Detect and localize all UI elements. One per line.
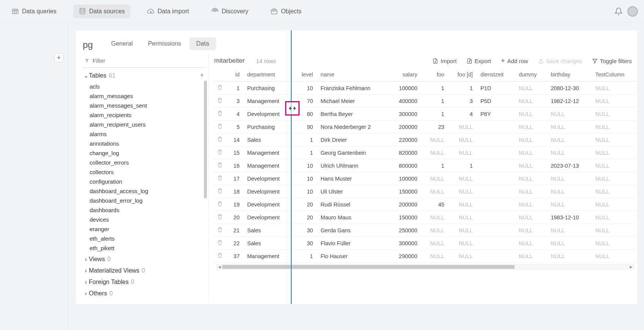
topnav-objects[interactable]: Objects [265,5,307,18]
topnav-data-sources[interactable]: Data sources [73,5,130,18]
tree-item[interactable]: dashboard_error_log [90,196,206,205]
scroll-thumb[interactable] [222,265,515,269]
trash-icon[interactable] [217,214,223,221]
cell[interactable]: NULL [448,224,477,237]
cell[interactable]: Georg Gantenbein [317,146,389,159]
cell[interactable]: NULL [421,211,448,224]
tree-item[interactable]: eth_pikett [90,243,206,253]
cell[interactable] [477,224,515,237]
cell[interactable]: 10 [293,185,317,198]
table-row[interactable]: 5Purchasing90Nora Niederberger 220000023… [213,121,637,133]
cell[interactable]: NULL [547,172,591,185]
cell[interactable]: NULL [515,159,547,172]
trash-icon[interactable] [217,124,223,130]
cell[interactable]: NULL [592,250,637,263]
cell[interactable]: 250000 [389,224,421,237]
scroll-left-icon[interactable]: ◄ [217,265,222,269]
cell[interactable]: P5D [477,95,515,108]
cell[interactable]: Flavio Füller [317,237,389,250]
cell[interactable]: NULL [592,198,637,211]
cell[interactable]: NULL [515,198,547,211]
cell[interactable]: Purchasing [243,121,293,133]
table-row[interactable]: 19Development20Rudi Rüssel20000045NULLNU… [213,198,637,211]
cell[interactable]: 10 [293,82,317,95]
cell[interactable]: NULL [592,185,637,198]
cell[interactable]: Purchasing [243,82,293,95]
cell[interactable]: 1 [421,82,448,95]
cell[interactable]: NULL [547,198,591,211]
sidebar-add-button[interactable]: + [54,53,63,62]
cell[interactable]: NULL [421,250,448,263]
cell[interactable]: Franziska Fehlmann [317,82,389,95]
cell[interactable]: 3 [448,95,477,108]
cell[interactable]: 4 [448,108,477,121]
cell[interactable]: Sales [243,133,293,146]
cell[interactable]: 1 [448,159,477,172]
pane-splitter-handle[interactable] [285,101,300,116]
trash-icon[interactable] [217,189,223,195]
table-row[interactable]: 3Management70Michael Meier40000013P5DNUL… [213,95,637,108]
cell[interactable]: NULL [592,237,637,250]
cell[interactable] [477,237,515,250]
cell[interactable]: NULL [448,211,477,224]
cell[interactable] [477,185,515,198]
cell[interactable]: 220000 [389,133,421,146]
cell[interactable]: 400000 [389,95,421,108]
cell[interactable]: NULL [515,172,547,185]
column-header[interactable]: name [317,68,389,82]
cell[interactable]: NULL [547,121,591,133]
cell[interactable]: Mauro Maus [317,211,389,224]
cell[interactable] [477,121,515,133]
cell[interactable]: 200000 [389,121,421,133]
tree-group-materialized-views[interactable]: › Materialized Views0 [83,264,206,276]
cell[interactable]: NULL [515,95,547,108]
cell[interactable]: NULL [448,172,477,185]
table-row[interactable]: 20Development20Mauro Maus150000NULLNULLN… [213,211,637,224]
cell[interactable]: Development [243,185,293,198]
cell[interactable]: 1 [421,95,448,108]
cell[interactable]: 300000 [389,108,421,121]
cell[interactable] [477,159,515,172]
cell[interactable]: NULL [547,133,591,146]
cell[interactable]: 21 [226,224,243,237]
cell[interactable]: 4 [226,108,243,121]
trash-icon[interactable] [217,150,223,156]
tree-group-others[interactable]: › Others0 [83,287,206,298]
cell[interactable]: 5 [226,121,243,133]
cell[interactable]: NULL [421,237,448,250]
column-header[interactable]: salary [389,68,421,82]
cell[interactable]: 20 [293,198,317,211]
scroll-right-icon[interactable]: ► [628,265,634,269]
cell[interactable]: NULL [515,237,547,250]
cell[interactable]: Management [243,146,293,159]
cell[interactable]: NULL [448,133,477,146]
tree-item[interactable]: alarm_messages_sent [90,101,206,110]
cell[interactable]: Development [243,211,293,224]
horizontal-scrollbar[interactable]: ◄ ► [216,264,634,270]
cell[interactable]: Ulrich Uhlmann [317,159,389,172]
cell[interactable]: NULL [547,108,591,121]
cell[interactable]: 30 [293,224,317,237]
column-header[interactable]: id [226,68,243,82]
tree-item[interactable]: alarms [90,129,206,139]
cell[interactable]: Hans Muster [317,172,389,185]
cell[interactable]: Dirk Dreier [317,133,389,146]
cell[interactable]: NULL [448,185,477,198]
tree-item[interactable]: dashboards [90,205,206,215]
cell[interactable]: NULL [515,121,547,133]
filter-input[interactable] [90,57,205,64]
table-row[interactable]: 1Purchasing10Franziska Fehlmann10000011P… [213,82,637,95]
cell[interactable]: 100000 [389,172,421,185]
tree-item[interactable]: eth_alerts [90,234,206,243]
cell[interactable]: NULL [515,146,547,159]
trash-icon[interactable] [217,137,223,143]
table-row[interactable]: 15Management1Georg Gantenbein820000NULLN… [213,146,637,159]
cell[interactable]: 290000 [389,250,421,263]
trash-icon[interactable] [217,163,223,169]
tree-item[interactable]: annotations [90,139,206,148]
cell[interactable]: NULL [592,224,637,237]
column-header[interactable]: birthday [547,68,591,82]
cell[interactable]: NULL [592,159,637,172]
column-header[interactable]: department [243,68,293,82]
table-row[interactable]: 17Development10Hans Muster100000NULLNULL… [213,172,637,185]
